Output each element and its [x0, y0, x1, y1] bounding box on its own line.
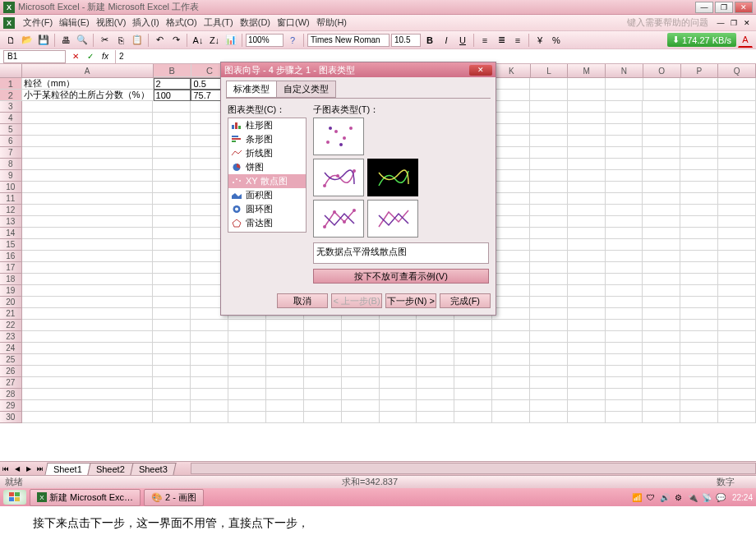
cell-B20[interactable]	[153, 297, 191, 308]
cell-B8[interactable]	[153, 159, 191, 170]
chart-type-area[interactable]: 面积图	[228, 188, 306, 202]
cell-P24[interactable]	[680, 343, 718, 354]
cell-Q26[interactable]	[718, 366, 756, 377]
cell-K9[interactable]	[492, 170, 530, 182]
cell-M16[interactable]	[568, 251, 606, 262]
cell-D30[interactable]	[228, 412, 266, 423]
cancel-edit-button[interactable]: ✕	[69, 51, 82, 62]
menu-format[interactable]: 格式(O)	[163, 15, 201, 30]
rowhdr-19[interactable]: 19	[0, 285, 22, 297]
cell-L29[interactable]	[530, 400, 568, 412]
cell-D25[interactable]	[228, 354, 266, 366]
cell-Q25[interactable]	[718, 354, 756, 366]
tab-nav-prev[interactable]: ◀	[12, 463, 23, 474]
cell-K5[interactable]	[492, 124, 530, 136]
cell-E28[interactable]	[266, 389, 304, 400]
rowhdr-10[interactable]: 10	[0, 182, 22, 193]
cell-O18[interactable]	[643, 274, 680, 285]
cell-O13[interactable]	[643, 216, 680, 228]
cell-A30[interactable]	[22, 412, 154, 423]
sort-asc-button[interactable]: A↓	[191, 33, 205, 48]
cell-H25[interactable]	[380, 354, 417, 366]
chart-type-surface[interactable]: 曲面图	[228, 230, 306, 233]
cell-L3[interactable]	[530, 101, 568, 113]
menu-help[interactable]: 帮助(H)	[313, 15, 350, 30]
cell-K28[interactable]	[492, 389, 530, 400]
help-button[interactable]: ?	[285, 33, 300, 48]
rowhdr-21[interactable]: 21	[0, 308, 22, 320]
cell-L26[interactable]	[530, 366, 568, 377]
menu-insert[interactable]: 插入(I)	[129, 15, 162, 30]
cell-A17[interactable]	[22, 262, 154, 274]
rowhdr-2[interactable]: 2	[0, 90, 22, 101]
cell-O8[interactable]	[643, 159, 680, 170]
bold-button[interactable]: B	[422, 33, 437, 48]
cell-K22[interactable]	[492, 320, 530, 331]
cell-O16[interactable]	[643, 251, 680, 262]
cell-O12[interactable]	[643, 205, 680, 216]
cell-B1[interactable]: 2	[154, 78, 191, 90]
cell-Q20[interactable]	[718, 297, 756, 308]
cell-O15[interactable]	[643, 239, 680, 251]
rowhdr-22[interactable]: 22	[0, 320, 22, 331]
cell-E30[interactable]	[266, 412, 304, 423]
taskbar-item-excel[interactable]: X 新建 Microsoft Exc…	[30, 489, 141, 506]
cell-A2[interactable]: 小于某粒径的土所占分数（%）	[22, 90, 154, 101]
cell-N17[interactable]	[606, 262, 643, 274]
cell-A12[interactable]	[22, 205, 154, 216]
cell-Q11[interactable]	[718, 193, 756, 205]
taskbar-clock[interactable]: 22:24	[732, 493, 753, 502]
cell-I29[interactable]	[417, 400, 454, 412]
cell-C26[interactable]	[191, 366, 228, 377]
cell-L16[interactable]	[530, 251, 568, 262]
cell-F25[interactable]	[304, 354, 342, 366]
cell-N30[interactable]	[606, 412, 643, 423]
cell-N13[interactable]	[606, 216, 643, 228]
cell-L28[interactable]	[530, 389, 568, 400]
cell-L13[interactable]	[530, 216, 568, 228]
sort-desc-button[interactable]: Z↓	[207, 33, 222, 48]
cell-J28[interactable]	[454, 389, 492, 400]
cell-I25[interactable]	[417, 354, 454, 366]
cell-P15[interactable]	[680, 239, 718, 251]
close-button[interactable]: ✕	[735, 2, 753, 13]
chart-type-column[interactable]: 柱形图	[228, 118, 306, 132]
cell-M27[interactable]	[568, 377, 606, 389]
cell-Q22[interactable]	[718, 320, 756, 331]
cell-O7[interactable]	[643, 147, 680, 159]
cell-P27[interactable]	[680, 377, 718, 389]
cell-M12[interactable]	[568, 205, 606, 216]
name-box[interactable]: B1	[3, 50, 66, 63]
cell-Q21[interactable]	[718, 308, 756, 320]
rowhdr-1[interactable]: 1	[0, 78, 22, 90]
next-button[interactable]: 下一步(N) >	[385, 293, 436, 308]
cell-N11[interactable]	[606, 193, 643, 205]
subtype-smooth-marker[interactable]	[313, 159, 364, 196]
confirm-edit-button[interactable]: ✓	[84, 51, 97, 62]
cell-O11[interactable]	[643, 193, 680, 205]
cut-button[interactable]: ✂	[97, 33, 112, 48]
rowhdr-28[interactable]: 28	[0, 389, 22, 400]
cell-J30[interactable]	[454, 412, 492, 423]
cell-O29[interactable]	[643, 400, 680, 412]
cell-F26[interactable]	[304, 366, 342, 377]
cell-O30[interactable]	[643, 412, 680, 423]
cell-N2[interactable]	[606, 90, 643, 101]
cell-H26[interactable]	[380, 366, 417, 377]
rowhdr-27[interactable]: 27	[0, 377, 22, 389]
cell-N26[interactable]	[606, 366, 643, 377]
cell-G26[interactable]	[342, 366, 380, 377]
cell-A23[interactable]	[22, 331, 154, 343]
align-center-button[interactable]: ≣	[494, 33, 509, 48]
cell-I26[interactable]	[417, 366, 454, 377]
cell-B26[interactable]	[153, 366, 191, 377]
cell-F22[interactable]	[304, 320, 342, 331]
cell-O23[interactable]	[643, 331, 680, 343]
cell-M28[interactable]	[568, 389, 606, 400]
cell-O1[interactable]	[643, 78, 681, 90]
cell-P25[interactable]	[680, 354, 718, 366]
menu-view[interactable]: 视图(V)	[93, 15, 130, 30]
cell-E22[interactable]	[266, 320, 304, 331]
underline-button[interactable]: U	[455, 33, 470, 48]
cell-P10[interactable]	[680, 182, 718, 193]
